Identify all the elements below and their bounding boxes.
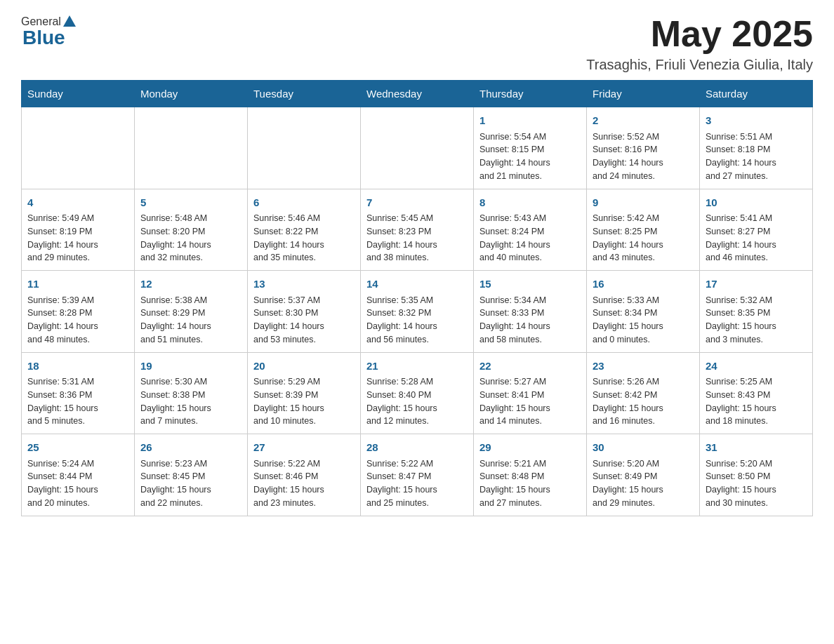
day-number: 4	[27, 195, 128, 211]
calendar-cell: 5Sunrise: 5:48 AM Sunset: 8:20 PM Daylig…	[135, 189, 248, 271]
calendar-cell: 16Sunrise: 5:33 AM Sunset: 8:34 PM Dayli…	[587, 271, 700, 353]
calendar-cell: 30Sunrise: 5:20 AM Sunset: 8:49 PM Dayli…	[587, 434, 700, 516]
weekday-header-saturday: Saturday	[700, 81, 813, 107]
weekday-header-wednesday: Wednesday	[361, 81, 474, 107]
calendar-cell	[248, 107, 361, 189]
day-number: 29	[479, 440, 581, 456]
calendar-cell: 21Sunrise: 5:28 AM Sunset: 8:40 PM Dayli…	[361, 352, 474, 434]
calendar-cell: 15Sunrise: 5:34 AM Sunset: 8:33 PM Dayli…	[474, 271, 587, 353]
day-number: 24	[706, 358, 807, 375]
title-block: May 2025 Trasaghis, Friuli Venezia Giuli…	[586, 14, 813, 73]
day-number: 21	[366, 358, 468, 375]
calendar-cell: 2Sunrise: 5:52 AM Sunset: 8:16 PM Daylig…	[587, 107, 700, 189]
location-text: Trasaghis, Friuli Venezia Giulia, Italy	[586, 57, 813, 73]
day-info: Sunrise: 5:24 AM Sunset: 8:44 PM Dayligh…	[27, 457, 128, 510]
day-number: 16	[593, 276, 694, 293]
calendar-cell: 9Sunrise: 5:42 AM Sunset: 8:25 PM Daylig…	[587, 189, 700, 271]
day-number: 20	[253, 358, 355, 375]
day-info: Sunrise: 5:51 AM Sunset: 8:18 PM Dayligh…	[706, 130, 807, 183]
day-info: Sunrise: 5:42 AM Sunset: 8:25 PM Dayligh…	[593, 212, 694, 264]
weekday-header-sunday: Sunday	[22, 81, 135, 107]
weekday-header-monday: Monday	[135, 81, 248, 107]
day-number: 8	[479, 195, 581, 211]
calendar-cell: 7Sunrise: 5:45 AM Sunset: 8:23 PM Daylig…	[361, 189, 474, 271]
day-number: 2	[593, 113, 694, 129]
day-info: Sunrise: 5:43 AM Sunset: 8:24 PM Dayligh…	[479, 212, 581, 264]
day-info: Sunrise: 5:23 AM Sunset: 8:45 PM Dayligh…	[140, 457, 241, 510]
calendar-cell: 12Sunrise: 5:38 AM Sunset: 8:29 PM Dayli…	[135, 271, 248, 353]
day-info: Sunrise: 5:27 AM Sunset: 8:41 PM Dayligh…	[479, 375, 581, 428]
day-info: Sunrise: 5:52 AM Sunset: 8:16 PM Dayligh…	[593, 130, 694, 183]
calendar-cell: 29Sunrise: 5:21 AM Sunset: 8:48 PM Dayli…	[474, 434, 587, 516]
day-number: 26	[140, 440, 241, 456]
calendar-cell: 8Sunrise: 5:43 AM Sunset: 8:24 PM Daylig…	[474, 189, 587, 271]
day-info: Sunrise: 5:46 AM Sunset: 8:22 PM Dayligh…	[253, 212, 355, 264]
day-number: 3	[706, 113, 807, 129]
day-info: Sunrise: 5:38 AM Sunset: 8:29 PM Dayligh…	[140, 294, 241, 347]
day-info: Sunrise: 5:20 AM Sunset: 8:49 PM Dayligh…	[593, 457, 694, 510]
day-info: Sunrise: 5:26 AM Sunset: 8:42 PM Dayligh…	[593, 375, 694, 428]
day-info: Sunrise: 5:29 AM Sunset: 8:39 PM Dayligh…	[253, 375, 355, 428]
calendar-cell	[135, 107, 248, 189]
calendar-week-row: 11Sunrise: 5:39 AM Sunset: 8:28 PM Dayli…	[22, 271, 813, 353]
logo-blue-text: Blue	[22, 27, 65, 49]
day-info: Sunrise: 5:30 AM Sunset: 8:38 PM Dayligh…	[140, 375, 241, 428]
day-info: Sunrise: 5:41 AM Sunset: 8:27 PM Dayligh…	[706, 212, 807, 264]
calendar-cell	[361, 107, 474, 189]
calendar-week-row: 25Sunrise: 5:24 AM Sunset: 8:44 PM Dayli…	[22, 434, 813, 516]
page-header: General Blue May 2025 Trasaghis, Friuli …	[21, 14, 813, 73]
day-info: Sunrise: 5:25 AM Sunset: 8:43 PM Dayligh…	[706, 375, 807, 428]
day-number: 30	[593, 440, 694, 456]
day-number: 12	[140, 276, 241, 293]
calendar-cell: 24Sunrise: 5:25 AM Sunset: 8:43 PM Dayli…	[700, 352, 813, 434]
calendar-cell: 10Sunrise: 5:41 AM Sunset: 8:27 PM Dayli…	[700, 189, 813, 271]
calendar-cell: 22Sunrise: 5:27 AM Sunset: 8:41 PM Dayli…	[474, 352, 587, 434]
day-info: Sunrise: 5:21 AM Sunset: 8:48 PM Dayligh…	[479, 457, 581, 510]
day-number: 1	[479, 113, 581, 129]
calendar-cell: 6Sunrise: 5:46 AM Sunset: 8:22 PM Daylig…	[248, 189, 361, 271]
calendar-cell: 4Sunrise: 5:49 AM Sunset: 8:19 PM Daylig…	[22, 189, 135, 271]
day-info: Sunrise: 5:28 AM Sunset: 8:40 PM Dayligh…	[366, 375, 468, 428]
day-number: 18	[27, 358, 128, 375]
day-number: 28	[366, 440, 468, 456]
day-number: 6	[253, 195, 355, 211]
weekday-header-friday: Friday	[587, 81, 700, 107]
day-number: 10	[706, 195, 807, 211]
calendar-cell: 25Sunrise: 5:24 AM Sunset: 8:44 PM Dayli…	[22, 434, 135, 516]
day-info: Sunrise: 5:39 AM Sunset: 8:28 PM Dayligh…	[27, 294, 128, 347]
day-info: Sunrise: 5:37 AM Sunset: 8:30 PM Dayligh…	[253, 294, 355, 347]
month-title: May 2025	[586, 14, 813, 54]
day-info: Sunrise: 5:48 AM Sunset: 8:20 PM Dayligh…	[140, 212, 241, 264]
day-info: Sunrise: 5:49 AM Sunset: 8:19 PM Dayligh…	[27, 212, 128, 264]
weekday-header-tuesday: Tuesday	[248, 81, 361, 107]
calendar-cell: 26Sunrise: 5:23 AM Sunset: 8:45 PM Dayli…	[135, 434, 248, 516]
calendar-cell: 13Sunrise: 5:37 AM Sunset: 8:30 PM Dayli…	[248, 271, 361, 353]
svg-marker-0	[63, 15, 76, 27]
calendar-cell: 17Sunrise: 5:32 AM Sunset: 8:35 PM Dayli…	[700, 271, 813, 353]
calendar-cell: 28Sunrise: 5:22 AM Sunset: 8:47 PM Dayli…	[361, 434, 474, 516]
day-info: Sunrise: 5:33 AM Sunset: 8:34 PM Dayligh…	[593, 294, 694, 347]
day-info: Sunrise: 5:20 AM Sunset: 8:50 PM Dayligh…	[706, 457, 807, 510]
day-info: Sunrise: 5:45 AM Sunset: 8:23 PM Dayligh…	[366, 212, 468, 264]
day-number: 25	[27, 440, 128, 456]
day-number: 17	[706, 276, 807, 293]
day-info: Sunrise: 5:22 AM Sunset: 8:46 PM Dayligh…	[253, 457, 355, 510]
calendar-cell	[22, 107, 135, 189]
calendar-cell: 20Sunrise: 5:29 AM Sunset: 8:39 PM Dayli…	[248, 352, 361, 434]
day-number: 31	[706, 440, 807, 456]
day-number: 11	[27, 276, 128, 293]
calendar-week-row: 1Sunrise: 5:54 AM Sunset: 8:15 PM Daylig…	[22, 107, 813, 189]
calendar-cell: 19Sunrise: 5:30 AM Sunset: 8:38 PM Dayli…	[135, 352, 248, 434]
calendar-week-row: 18Sunrise: 5:31 AM Sunset: 8:36 PM Dayli…	[22, 352, 813, 434]
day-number: 14	[366, 276, 468, 293]
logo: General Blue	[21, 14, 78, 49]
day-info: Sunrise: 5:22 AM Sunset: 8:47 PM Dayligh…	[366, 457, 468, 510]
calendar-cell: 11Sunrise: 5:39 AM Sunset: 8:28 PM Dayli…	[22, 271, 135, 353]
weekday-header-row: SundayMondayTuesdayWednesdayThursdayFrid…	[22, 81, 813, 107]
calendar-week-row: 4Sunrise: 5:49 AM Sunset: 8:19 PM Daylig…	[22, 189, 813, 271]
day-info: Sunrise: 5:31 AM Sunset: 8:36 PM Dayligh…	[27, 375, 128, 428]
day-number: 19	[140, 358, 241, 375]
calendar-cell: 27Sunrise: 5:22 AM Sunset: 8:46 PM Dayli…	[248, 434, 361, 516]
day-number: 7	[366, 195, 468, 211]
day-info: Sunrise: 5:35 AM Sunset: 8:32 PM Dayligh…	[366, 294, 468, 347]
